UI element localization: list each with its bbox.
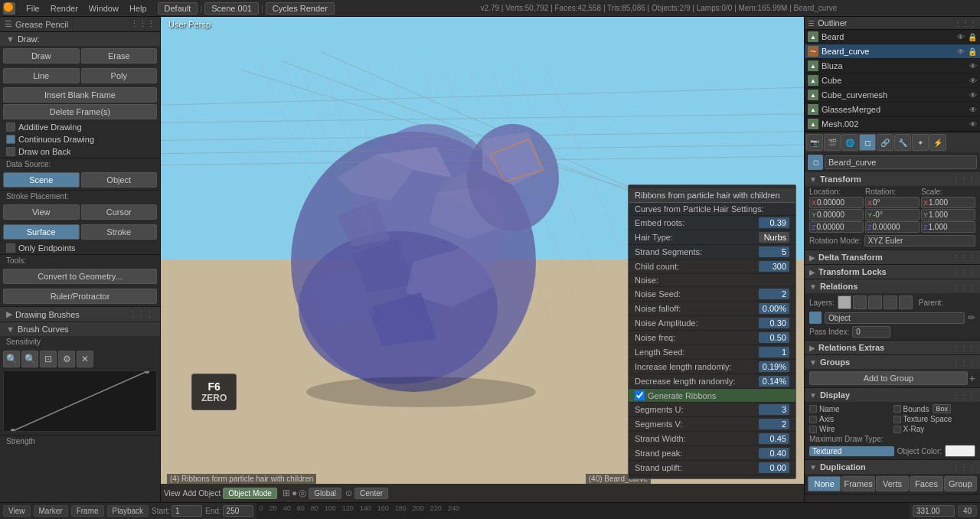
tab-physics[interactable]: ⚡ <box>929 134 946 151</box>
object-color-swatch[interactable] <box>945 445 975 457</box>
snap-icon[interactable]: ⊙ <box>345 488 352 498</box>
solid-icon[interactable]: ● <box>292 488 297 498</box>
transform-header[interactable]: ▼ Transform ⋮⋮⋮ <box>805 172 980 186</box>
layer-3[interactable] <box>868 295 882 309</box>
grid-icon[interactable]: ⊞ <box>283 488 290 498</box>
convert-geometry-btn[interactable]: Convert to Geometry... <box>3 269 157 284</box>
layer-4[interactable] <box>884 295 897 309</box>
tab-scene[interactable]: 🎬 <box>824 134 841 151</box>
bounds-checkbox[interactable] <box>893 405 901 413</box>
eye-icon-curvemesh[interactable]: 👁 <box>969 91 977 100</box>
vp-object-btn2[interactable]: Object <box>198 489 220 498</box>
generate-ribbons-check[interactable] <box>635 390 645 400</box>
poly-btn[interactable]: Poly <box>81 68 158 83</box>
lock-icon-beard[interactable]: 🔒 <box>968 33 977 41</box>
duplication-header[interactable]: ▼ Duplication ⋮⋮⋮ <box>805 460 980 474</box>
start-frame-input[interactable] <box>172 505 202 517</box>
tab-object[interactable]: ◻ <box>859 134 876 151</box>
faces-btn[interactable]: Faces <box>910 476 942 491</box>
playback-btn[interactable]: Playback <box>107 505 149 517</box>
strand-segments-value[interactable]: 5 <box>759 246 789 257</box>
eye-icon-mesh002[interactable]: 👁 <box>969 120 977 129</box>
continuous-drawing-check[interactable] <box>6 135 15 144</box>
tab-world[interactable]: 🌐 <box>841 134 858 151</box>
eye-icon-glasses[interactable]: 👁 <box>969 106 977 114</box>
timeline-frame-btn[interactable]: Frame <box>71 505 104 517</box>
delta-transform-header[interactable]: ▶ Delta Transform ⋮⋮⋮ <box>805 250 980 264</box>
lock-icon-beard-curve[interactable]: 🔒 <box>968 47 977 56</box>
xray-checkbox[interactable] <box>893 426 901 433</box>
draw-btn[interactable]: Draw <box>3 48 80 64</box>
outliner-item-mesh002[interactable]: ▲ Mesh.002 👁 <box>805 117 980 132</box>
outliner-item-bluza[interactable]: ▲ Bluza 👁 <box>805 59 980 73</box>
stroke-btn[interactable]: Stroke <box>81 224 158 240</box>
relations-header[interactable]: ▼ Relations ⋮⋮⋮ <box>805 279 980 293</box>
view-btn[interactable]: View <box>3 204 80 220</box>
strand-peak-value[interactable]: 0.40 <box>759 448 789 459</box>
object-mode-btn[interactable]: Object Mode <box>223 488 277 499</box>
settings-icon[interactable]: ⚙ <box>58 351 75 367</box>
center-btn2[interactable]: Center <box>354 488 388 499</box>
pass-index-input[interactable] <box>852 326 890 338</box>
menu-file[interactable]: File <box>21 2 44 15</box>
object-btn[interactable]: Object <box>81 172 158 188</box>
close-icon[interactable]: ✕ <box>77 351 93 367</box>
additive-drawing-check[interactable] <box>6 122 15 132</box>
frames-btn[interactable]: Frames <box>841 476 874 491</box>
relations-extras-header[interactable]: ▶ Relations Extras ⋮⋮⋮ <box>805 341 980 354</box>
bounds-type[interactable]: Box <box>933 404 951 413</box>
segments-v-value[interactable]: 2 <box>759 419 789 429</box>
only-endpoints-check[interactable] <box>6 243 15 253</box>
timeline-marker-btn[interactable]: Marker <box>34 505 68 517</box>
verts-btn[interactable]: Verts <box>876 476 909 491</box>
layer-2[interactable] <box>853 295 867 309</box>
decrease-length-value[interactable]: 0.14% <box>759 376 789 387</box>
scene-selector[interactable]: Scene.001 <box>204 2 259 15</box>
fps-btn[interactable]: 40 <box>958 505 977 517</box>
noise-seed-value[interactable]: 2 <box>759 289 789 299</box>
hair-type-value[interactable]: Nurbs <box>759 232 789 243</box>
rotation-mode-value[interactable]: XYZ Euler <box>864 235 975 246</box>
strand-uplift-value[interactable]: 0.00 <box>759 462 789 473</box>
groups-header[interactable]: ▼ Groups ⋮⋮⋮ <box>805 355 980 369</box>
segments-u-value[interactable]: 3 <box>759 404 789 415</box>
eye-icon-beard[interactable]: 👁 <box>957 33 965 41</box>
end-frame-input[interactable] <box>223 505 253 517</box>
object-name-input[interactable] <box>825 155 977 169</box>
group-btn[interactable]: Group <box>944 476 977 491</box>
eye-icon-beard-curve[interactable]: 👁 <box>957 47 965 56</box>
global-btn2[interactable]: Global <box>309 488 341 499</box>
layer-1[interactable] <box>838 295 851 309</box>
menu-help[interactable]: Help <box>125 2 152 15</box>
length-seed-value[interactable]: 1 <box>759 347 789 357</box>
tab-modifier[interactable]: 🔧 <box>894 134 911 151</box>
outliner-item-beard-curve[interactable]: 〜 Beard_curve 👁 🔒 <box>805 44 980 59</box>
noise-falloff-value[interactable]: 0.00% <box>759 303 789 314</box>
name-checkbox[interactable] <box>809 405 817 413</box>
tab-constraints[interactable]: 🔗 <box>877 134 893 151</box>
zoom-fit-icon[interactable]: ⊡ <box>40 351 57 367</box>
line-btn[interactable]: Line <box>3 68 80 83</box>
texture-space-checkbox[interactable] <box>893 416 901 423</box>
tab-render[interactable]: 📷 <box>806 134 823 151</box>
ruler-btn[interactable]: Ruler/Protractor <box>3 289 157 304</box>
vp-add-btn[interactable]: Add <box>183 489 197 498</box>
layer-5[interactable] <box>899 295 913 309</box>
current-frame-input[interactable] <box>913 505 955 517</box>
zoom-out-icon[interactable]: 🔍 <box>21 351 38 367</box>
display-header[interactable]: ▼ Display ⋮⋮⋮ <box>805 388 980 402</box>
embed-roots-value[interactable]: 0.39 <box>759 217 789 228</box>
surface-btn[interactable]: Surface <box>3 224 80 240</box>
axis-checkbox[interactable] <box>809 416 817 423</box>
draw-on-back-check[interactable] <box>6 147 15 156</box>
noise-freq-value[interactable]: 0.50 <box>759 332 789 343</box>
child-count-value[interactable]: 300 <box>759 261 789 272</box>
viewport[interactable]: User Persp www.1t-tutorials.com <box>161 17 804 502</box>
transform-locks-header[interactable]: ▶ Transform Locks ⋮⋮⋮ <box>805 265 980 279</box>
outliner-item-beard[interactable]: ▲ Beard 👁 🔒 <box>805 30 980 44</box>
menu-window[interactable]: Window <box>84 2 123 15</box>
eye-icon-bluza[interactable]: 👁 <box>969 62 977 70</box>
zoom-in-icon[interactable]: 🔍 <box>3 351 20 367</box>
parent-value[interactable]: Object <box>825 312 965 324</box>
erase-btn[interactable]: Erase <box>81 48 158 64</box>
